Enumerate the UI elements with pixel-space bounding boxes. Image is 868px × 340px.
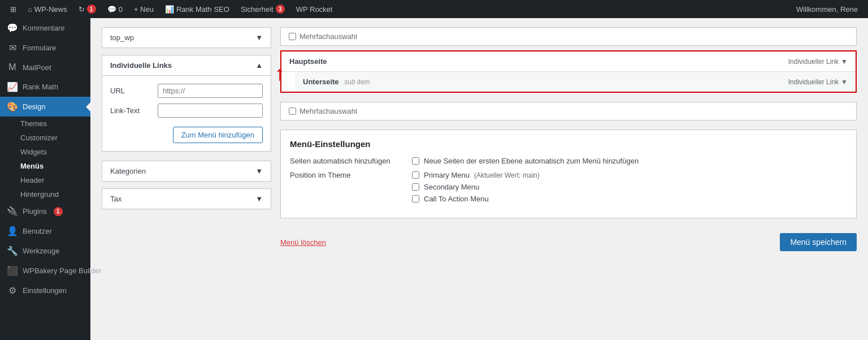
kategorien-label: Kategorien — [110, 167, 146, 175]
sidebar-item-wpbakery[interactable]: ⬛ WPBakery Page Builder — [0, 261, 90, 281]
cta-menu-option[interactable]: Call To Action Menu — [412, 195, 540, 203]
sidebar-item-einstellungen[interactable]: ⚙ Einstellungen — [0, 281, 90, 300]
mailpoet-icon: M — [7, 62, 18, 72]
sidebar-item-widgets[interactable]: Widgets — [20, 145, 90, 159]
kategorien-dropdown[interactable]: Kategorien ▼ — [102, 161, 271, 182]
unterseite-dropdown-icon: ▼ — [841, 78, 848, 86]
rankmath-item[interactable]: 📊 Rank Math SEO — [159, 0, 235, 18]
comments-icon: 💬 — [107, 5, 116, 14]
sidebar-item-themes[interactable]: Themes — [20, 117, 90, 131]
menu-item-unterseite-subtitle: sub item — [344, 78, 370, 86]
sidebar-item-plugins[interactable]: 🔌 Plugins 1 — [0, 201, 90, 221]
mehrfach-label-bottom[interactable]: Mehrfachauswahl — [289, 107, 848, 115]
right-panel: Mehrfachauswahl Hauptseite Individueller… — [280, 27, 857, 257]
mehrfach-label-top[interactable]: Mehrfachauswahl — [289, 32, 848, 41]
primary-menu-label: Primary Menu — [424, 171, 470, 179]
link-text-input[interactable] — [158, 104, 263, 118]
sidebar-item-benutzer[interactable]: 👤 Benutzer — [0, 221, 90, 241]
delete-menu-link[interactable]: Menü löschen — [280, 238, 326, 247]
wp-logo-item[interactable]: ⊞ — [5, 0, 22, 18]
sidebar-label-wpbakery: WPBakery Page Builder — [23, 266, 101, 275]
tools-icon: 🔧 — [7, 246, 18, 256]
position-label: Position im Theme — [290, 171, 403, 203]
sidebar-label-customizer: Customizer — [20, 134, 58, 142]
tax-dropdown[interactable]: Tax ▼ — [102, 188, 271, 209]
sidebar-label-hintergrund: Hintergrund — [20, 190, 59, 199]
menu-settings: Menü-Einstellungen Seiten automatisch hi… — [280, 130, 857, 218]
menu-item-unterseite-title: Unterseite — [303, 78, 339, 86]
sidebar-item-header[interactable]: Header — [20, 173, 90, 187]
mehrfach-row-bottom: Mehrfachauswahl — [280, 102, 857, 120]
auto-add-option[interactable]: Neue Seiten der ersten Ebene automatisch… — [412, 157, 639, 165]
save-menu-button[interactable]: Menü speichern — [780, 233, 857, 251]
auto-add-label: Seiten automatisch hinzufügen — [290, 157, 403, 165]
updates-item[interactable]: ↻ 1 — [73, 0, 102, 18]
sicherheit-item[interactable]: Sicherheit 3 — [235, 0, 290, 18]
hauptseite-dropdown-icon: ▼ — [841, 58, 848, 66]
sidebar-label-header: Header — [20, 176, 45, 184]
wp-logo-icon: ⊞ — [10, 5, 16, 14]
forms-icon: ✉ — [7, 42, 18, 53]
menu-item-unterseite-type: Individueller Link ▼ — [788, 78, 848, 86]
individuelle-links-header[interactable]: Individuelle Links ▲ — [102, 55, 271, 76]
secondary-menu-option[interactable]: Secondary Menu — [412, 183, 540, 191]
sidebar-item-menus[interactable]: Menüs — [20, 159, 90, 173]
rankmath-nav-icon: 📈 — [7, 81, 18, 92]
menu-item-hauptseite-title: Hauptseite — [289, 57, 327, 66]
sidebar-item-kommentare[interactable]: 💬 Kommentare — [0, 18, 90, 38]
primary-menu-checkbox[interactable] — [412, 171, 419, 179]
comments-item[interactable]: 💬 0 — [102, 0, 128, 18]
mehrfach-checkbox-top[interactable] — [289, 33, 296, 40]
primary-menu-option[interactable]: Primary Menu (Aktueller Wert: main) — [412, 171, 540, 179]
rankmath-label: Rank Math SEO — [176, 5, 229, 14]
menu-settings-title: Menü-Einstellungen — [290, 139, 847, 149]
new-label: + Neu — [134, 5, 154, 14]
top-dropdown-arrow-icon: ▼ — [255, 33, 263, 42]
url-input[interactable] — [158, 84, 263, 98]
url-label: URL — [110, 87, 152, 95]
sidebar-item-werkzeuge[interactable]: 🔧 Werkzeuge — [0, 241, 90, 261]
site-name-label: WP-News — [34, 5, 67, 14]
sidebar-label-rankmath: Rank Math — [23, 83, 58, 91]
top-dropdown-label: top_wp — [110, 33, 134, 42]
sidebar-item-rankmath[interactable]: 📈 Rank Math — [0, 77, 90, 97]
sidebar-label-plugins: Plugins — [23, 207, 47, 216]
sidebar-label-einstellungen: Einstellungen — [23, 286, 67, 295]
site-name-item[interactable]: ⌂ WP-News — [22, 0, 73, 18]
kategorien-arrow-icon: ▼ — [255, 167, 263, 175]
wprocket-item[interactable]: WP Rocket — [290, 0, 338, 18]
tax-label: Tax — [110, 195, 121, 203]
menu-item-unterseite[interactable]: Unterseite sub item Individueller Link ▼ — [295, 72, 856, 92]
position-row: Position im Theme Primary Menu (Aktuelle… — [290, 171, 847, 203]
sicherheit-label: Sicherheit — [241, 5, 274, 14]
sidebar-item-hintergrund[interactable]: Hintergrund — [20, 187, 90, 201]
collapse-icon: ▲ — [255, 61, 263, 70]
mehrfach-checkbox-bottom[interactable] — [289, 107, 296, 115]
auto-add-checkbox[interactable] — [412, 157, 419, 165]
menu-item-hauptseite[interactable]: Hauptseite Individueller Link ▼ — [281, 51, 856, 72]
secondary-menu-checkbox[interactable] — [412, 183, 419, 191]
auto-add-options: Neue Seiten der ersten Ebene automatisch… — [412, 157, 639, 165]
sidebar-item-design[interactable]: 🎨 Design — [0, 97, 90, 117]
cta-menu-checkbox[interactable] — [412, 195, 419, 203]
sidebar-label-themes: Themes — [20, 119, 47, 128]
sidebar-label-menus: Menüs — [20, 162, 44, 170]
comments-count: 0 — [119, 5, 123, 14]
tax-arrow-icon: ▼ — [255, 195, 263, 203]
left-column: top_wp ▼ Individuelle Links ▲ URL — [102, 27, 271, 257]
sidebar-item-formulare[interactable]: ✉ Formulare — [0, 38, 90, 58]
link-text-row: Link-Text — [110, 104, 263, 118]
admin-bar-left: ⊞ ⌂ WP-News ↻ 1 💬 0 + Neu 📊 Rank Math SE… — [5, 0, 791, 18]
auto-add-row: Seiten automatisch hinzufügen Neue Seite… — [290, 157, 847, 165]
add-to-menu-button[interactable]: Zum Menü hinzufügen — [173, 127, 263, 143]
sidebar-item-customizer[interactable]: Customizer — [20, 131, 90, 145]
sidebar-label-kommentare: Kommentare — [23, 24, 64, 32]
new-item[interactable]: + Neu — [128, 0, 159, 18]
home-icon: ⌂ — [28, 5, 32, 14]
individuelle-links-title: Individuelle Links — [110, 61, 172, 70]
sidebar-item-mailpoet[interactable]: M MailPoet — [0, 58, 90, 77]
plugins-badge: 1 — [54, 207, 63, 216]
top-dropdown[interactable]: top_wp ▼ — [102, 27, 271, 48]
sidebar-label-werkzeuge: Werkzeuge — [23, 247, 60, 255]
footer-row: Menü löschen Menü speichern — [280, 227, 857, 257]
